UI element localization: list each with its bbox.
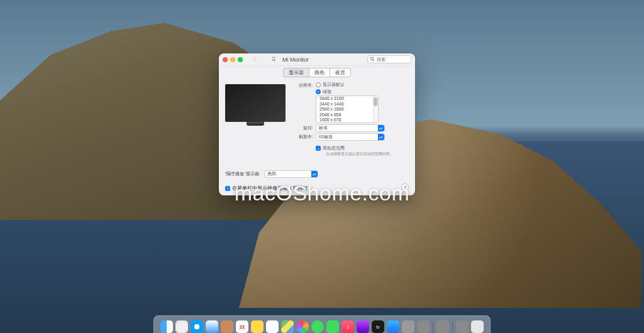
- dock-calendar[interactable]: 22: [236, 320, 248, 333]
- select-chevrons-icon: ▴▾: [311, 171, 318, 177]
- refresh-row: 刷新率: 60赫兹 ▴▾: [291, 133, 409, 141]
- airplay-select[interactable]: 关闭 ▴▾: [264, 170, 318, 178]
- resolution-default-option[interactable]: 显示器默认: [316, 82, 409, 88]
- watermark-text: macOShome.com: [0, 181, 644, 205]
- tab-color[interactable]: 颜色: [309, 68, 330, 77]
- nav-buttons: 〈 〉: [249, 55, 267, 63]
- rotation-select[interactable]: 标准 ▴▾: [316, 124, 385, 132]
- airplay-label: "隔空播放"显示器:: [225, 171, 260, 177]
- tab-display[interactable]: 显示器: [283, 68, 309, 77]
- resolution-label: 分辨率:: [291, 82, 313, 89]
- refresh-value: 60赫兹: [319, 134, 333, 140]
- hdr-hint: 自动调整显示器以显示高动态范围内容。: [326, 151, 409, 156]
- content: 分辨率: 显示器默认 缩放 3840 x 2160 3440 x 1440 25…: [219, 79, 415, 168]
- dock-recent[interactable]: [436, 320, 449, 333]
- minimize-button[interactable]: [230, 57, 235, 62]
- radio-label: 缩放: [323, 89, 331, 95]
- radio-checked-icon: [316, 89, 321, 94]
- show-all-icon[interactable]: ⠿: [272, 57, 276, 63]
- dock-facetime[interactable]: [326, 320, 339, 333]
- refresh-select[interactable]: 60赫兹 ▴▾: [316, 133, 385, 141]
- dock-podcast[interactable]: [357, 320, 369, 333]
- dock: 22 ♪ tv: [153, 315, 491, 333]
- monitor-preview-image: [225, 84, 286, 122]
- checkbox-checked-icon: ✓: [316, 146, 321, 151]
- hdr-label: 高动态范围: [323, 145, 345, 151]
- dock-sysprefs[interactable]: [402, 320, 414, 333]
- resolution-option[interactable]: 1600 x 670: [316, 117, 378, 123]
- traffic-lights: [223, 57, 243, 62]
- window-title: Mi Monitor: [282, 57, 309, 63]
- dock-downloads[interactable]: [456, 320, 469, 333]
- rotation-row: 旋转: 标准 ▴▾: [291, 124, 409, 132]
- dock-launchpad[interactable]: [175, 320, 188, 333]
- select-chevrons-icon: ▴▾: [378, 134, 384, 140]
- dock-contacts[interactable]: [221, 320, 233, 333]
- refresh-label: 刷新率:: [291, 133, 313, 140]
- scrollbar-thumb[interactable]: [374, 97, 377, 106]
- dock-photos[interactable]: [296, 320, 309, 333]
- search-icon: [370, 57, 375, 62]
- dock-mail[interactable]: [206, 320, 218, 333]
- back-button[interactable]: 〈: [249, 55, 257, 63]
- resolution-option[interactable]: 2560 x 1080: [316, 107, 378, 112]
- dock-safari[interactable]: [191, 320, 203, 333]
- dock-finder[interactable]: [160, 320, 173, 333]
- displays-preferences-window: 〈 〉 ⠿ Mi Monitor 显示器 颜色 夜览 分辨率: 显示器默认: [219, 53, 415, 195]
- rotation-value: 标准: [319, 125, 328, 131]
- dock-other[interactable]: [417, 320, 430, 333]
- dock-separator: [452, 322, 453, 333]
- dock-music[interactable]: ♪: [341, 320, 354, 333]
- radio-label: 显示器默认: [323, 82, 345, 88]
- dock-maps[interactable]: [281, 320, 294, 333]
- dock-notes[interactable]: [251, 320, 264, 333]
- hdr-checkbox[interactable]: ✓ 高动态范围: [316, 145, 409, 151]
- window-titlebar: 〈 〉 ⠿ Mi Monitor: [219, 53, 415, 66]
- rotation-label: 旋转:: [291, 124, 313, 131]
- dock-trash[interactable]: [471, 320, 484, 333]
- settings-panel: 分辨率: 显示器默认 缩放 3840 x 2160 3440 x 1440 25…: [291, 82, 409, 168]
- resolution-list[interactable]: 3840 x 2160 3440 x 1440 2560 x 1080 2048…: [316, 96, 379, 123]
- dock-separator: [433, 322, 433, 333]
- hdr-row: ✓ 高动态范围 自动调整显示器以显示高动态范围内容。: [291, 143, 409, 156]
- select-chevrons-icon: ▴▾: [378, 125, 384, 131]
- resolution-scaled-option[interactable]: 缩放: [316, 89, 409, 95]
- resolution-option[interactable]: 3840 x 2160: [316, 96, 378, 102]
- resolution-option[interactable]: 3440 x 1440: [316, 102, 378, 107]
- airplay-value: 关闭: [267, 171, 276, 177]
- resolution-row: 分辨率: 显示器默认 缩放 3840 x 2160 3440 x 1440 25…: [291, 82, 409, 123]
- close-button[interactable]: [223, 57, 228, 62]
- zoom-button[interactable]: [238, 57, 243, 62]
- dock-appstore[interactable]: [387, 320, 399, 333]
- tabs: 显示器 颜色 夜览: [219, 66, 415, 79]
- resolution-option[interactable]: 2048 x 858: [316, 112, 378, 118]
- dock-tv[interactable]: tv: [372, 320, 384, 333]
- scrollbar[interactable]: [373, 96, 378, 123]
- tab-nightshift[interactable]: 夜览: [330, 68, 351, 77]
- search-wrap: [367, 55, 411, 63]
- airplay-row: "隔空播放"显示器: 关闭 ▴▾: [219, 168, 415, 180]
- forward-button[interactable]: 〉: [258, 55, 267, 63]
- radio-icon: [316, 82, 321, 87]
- dock-messages[interactable]: [311, 320, 324, 333]
- dock-reminders[interactable]: [266, 320, 279, 333]
